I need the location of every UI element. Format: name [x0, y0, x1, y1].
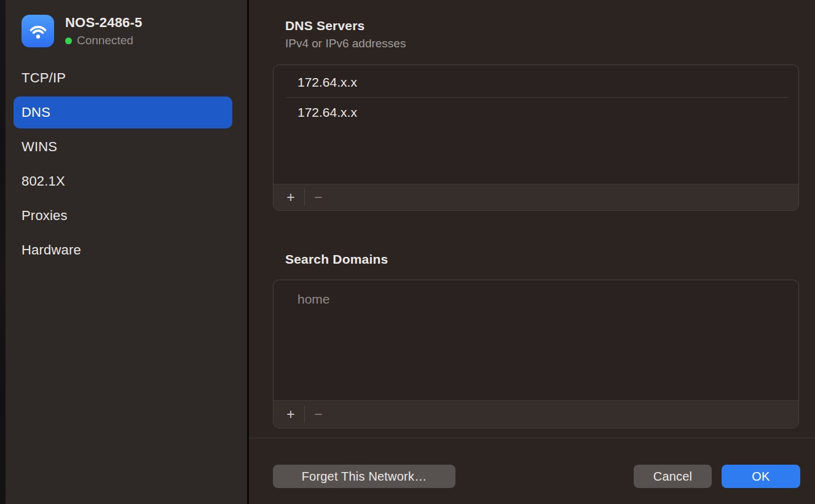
sidebar-item-tcpip[interactable]: TCP/IP [14, 62, 232, 94]
search-domain-entry[interactable]: home [274, 284, 798, 315]
network-name: NOS-2486-5 [65, 15, 143, 31]
cancel-button[interactable]: Cancel [634, 465, 712, 488]
search-domains-list-toolbar: + − [274, 400, 798, 428]
dns-server-entry[interactable]: 172.64.x.x [274, 98, 798, 127]
connected-status-label: Connected [77, 34, 133, 47]
sidebar-item-dns[interactable]: DNS [14, 96, 232, 128]
sidebar-item-hardware[interactable]: Hardware [14, 234, 232, 266]
add-search-domain-button[interactable]: + [281, 408, 301, 422]
ok-button[interactable]: OK [722, 465, 800, 488]
search-domains-title: Search Domains [285, 252, 388, 267]
connected-status-dot [65, 37, 72, 44]
window-edge-strip [0, 0, 6, 504]
dns-servers-subtitle: IPv4 or IPv6 addresses [285, 37, 406, 50]
sidebar-item-proxies[interactable]: Proxies [14, 200, 232, 232]
dns-server-entry[interactable]: 172.64.x.x [274, 68, 798, 97]
sidebar-item-wins[interactable]: WINS [14, 131, 232, 163]
dns-pane: DNS Servers IPv4 or IPv6 addresses 172.6… [249, 0, 815, 504]
remove-search-domain-button[interactable]: − [309, 408, 328, 422]
dns-servers-list: 172.64.x.x 172.64.x.x [274, 65, 798, 127]
dns-servers-list-toolbar: + − [274, 184, 798, 210]
sidebar-nav: TCP/IP DNS WINS 802.1X Proxies Hardware [14, 62, 232, 269]
footer-divider [249, 438, 815, 438]
search-domains-list: home [274, 280, 798, 315]
toolbar-divider [304, 406, 305, 423]
remove-dns-server-button[interactable]: − [309, 191, 328, 205]
network-info: NOS-2486-5 Connected [65, 15, 143, 47]
search-domains-list-box: home + − [273, 280, 799, 428]
forget-network-button[interactable]: Forget This Network… [273, 465, 455, 488]
connection-status: Connected [65, 34, 143, 47]
dns-servers-list-box: 172.64.x.x 172.64.x.x + − [273, 65, 799, 211]
dns-servers-title: DNS Servers [285, 18, 364, 33]
network-header: NOS-2486-5 Connected [22, 15, 143, 47]
add-dns-server-button[interactable]: + [281, 191, 301, 205]
sidebar: NOS-2486-5 Connected TCP/IP DNS WINS 802… [6, 0, 247, 504]
sidebar-item-8021x[interactable]: 802.1X [14, 165, 232, 197]
toolbar-divider [304, 189, 305, 206]
wifi-icon [22, 15, 54, 47]
